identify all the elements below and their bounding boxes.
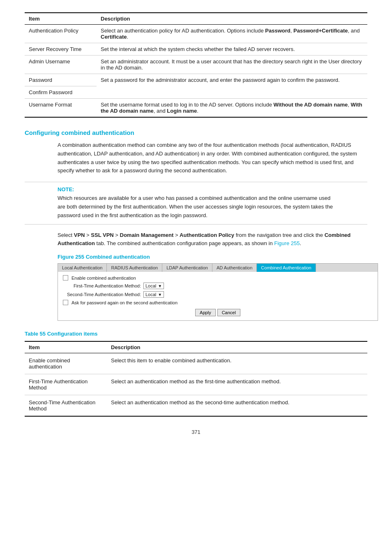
tab-ad-auth[interactable]: AD Authentication (212, 264, 257, 272)
ask-password-checkbox[interactable] (63, 300, 68, 305)
ask-password-row: Ask for password again on the second aut… (63, 300, 373, 305)
item-cell: Admin Username (25, 56, 97, 74)
section-body: A combination authentication method can … (25, 141, 367, 175)
second-time-auth-arrow: ▼ (158, 292, 162, 297)
page-number: 371 (25, 429, 367, 435)
item-cell: Authentication Policy (25, 25, 97, 43)
first-time-auth-value: Local (145, 283, 156, 288)
config-desc-cell: Select an authentication method as the s… (107, 395, 367, 417)
desc-cell: Set an administrator account. It must be… (97, 56, 367, 74)
mock-buttons: Apply Cancel (63, 307, 373, 319)
table-row: Authentication Policy Select an authenti… (25, 25, 367, 43)
table-row: Second-Time Authentication Method Select… (25, 395, 367, 417)
mock-tabs: Local Authentication RADIUS Authenticati… (58, 264, 378, 272)
ask-password-label: Ask for password again on the second aut… (71, 300, 178, 305)
cancel-button[interactable]: Cancel (217, 309, 240, 316)
enable-combined-row: Enable combined authentication (63, 275, 373, 280)
note-box: NOTE: Which resources are available for … (25, 182, 367, 224)
nav-text: Select VPN > SSL VPN > Domain Management… (25, 231, 367, 248)
table-row: Username Format Set the username format … (25, 99, 367, 118)
table-row: Password Set a password for the administ… (25, 74, 367, 86)
config-desc-cell: Select an authentication method as the f… (107, 374, 367, 395)
enable-combined-checkbox[interactable] (63, 275, 68, 280)
apply-button[interactable]: Apply (195, 309, 216, 316)
config-item-cell: Enable combined authentication (25, 353, 107, 374)
note-text: Which resources are available for a user… (58, 194, 334, 220)
config-table: Item Description Enable combined authent… (25, 341, 367, 417)
table-row: First-Time Authentication Method Select … (25, 374, 367, 395)
item-cell: Server Recovery Time (25, 43, 97, 56)
tab-local-auth[interactable]: Local Authentication (58, 264, 107, 272)
second-time-auth-select[interactable]: Local ▼ (143, 291, 164, 298)
desc-cell: Set a password for the administrator acc… (97, 74, 367, 99)
tab-radius-auth[interactable]: RADIUS Authentication (107, 264, 162, 272)
figure-caption: Figure 255 Combined authentication (25, 254, 367, 260)
desc-cell: Set the username format used to log in t… (97, 99, 367, 118)
top-table: Item Description Authentication Policy S… (25, 12, 367, 118)
col-header-description: Description (97, 13, 367, 25)
config-item-cell: First-Time Authentication Method (25, 374, 107, 395)
config-col-item: Item (25, 341, 107, 353)
first-time-auth-row: First-Time Authentication Method: Local … (63, 283, 373, 289)
desc-cell: Select an authentication policy for AD a… (97, 25, 367, 43)
second-time-auth-label: Second-Time Authentication Method: (63, 292, 141, 297)
second-time-auth-value: Local (145, 292, 156, 297)
table-row: Enable combined authentication Select th… (25, 353, 367, 374)
table55-caption: Table 55 Configuration items (25, 331, 367, 337)
config-desc-cell: Select this item to enable combined auth… (107, 353, 367, 374)
note-label: NOTE: (58, 186, 334, 192)
first-time-auth-arrow: ▼ (158, 284, 162, 288)
item-cell: Password (25, 74, 97, 86)
tab-ldap-auth[interactable]: LDAP Authentication (162, 264, 212, 272)
figure-link[interactable]: Figure 255 (274, 240, 300, 246)
config-col-description: Description (107, 341, 367, 353)
mock-body: Enable combined authentication First-Tim… (58, 272, 378, 320)
tab-combined-auth[interactable]: Combined Authentication (257, 264, 316, 272)
second-time-auth-row: Second-Time Authentication Method: Local… (63, 291, 373, 298)
figure-ui: Local Authentication RADIUS Authenticati… (58, 263, 378, 321)
desc-cell: Set the interval at which the system che… (97, 43, 367, 56)
col-header-item: Item (25, 13, 97, 25)
config-item-cell: Second-Time Authentication Method (25, 395, 107, 417)
item-cell: Username Format (25, 99, 97, 118)
item-cell: Confirm Password (25, 86, 97, 99)
table-row: Admin Username Set an administrator acco… (25, 56, 367, 74)
enable-combined-label: Enable combined authentication (71, 276, 136, 280)
section-heading: Configuring combined authentication (25, 129, 367, 136)
table-row: Server Recovery Time Set the interval at… (25, 43, 367, 56)
first-time-auth-label: First-Time Authentication Method: (63, 283, 141, 288)
first-time-auth-select[interactable]: Local ▼ (143, 283, 164, 289)
